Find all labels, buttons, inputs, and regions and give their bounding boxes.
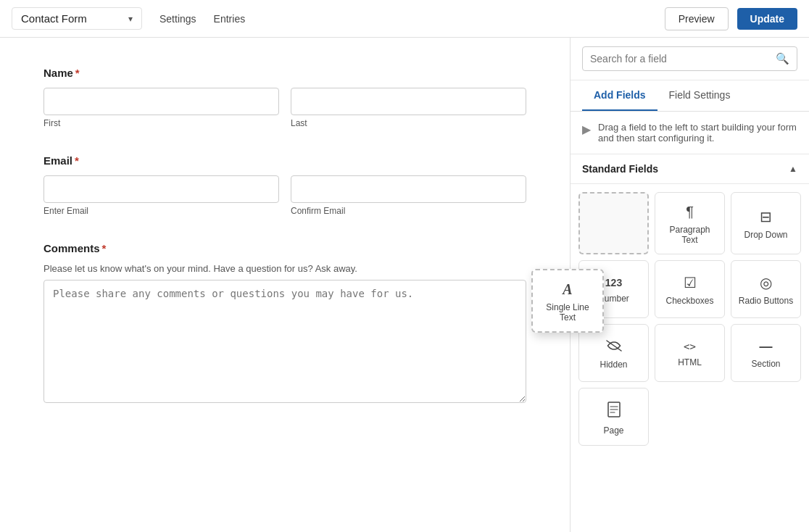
form-canvas: Name* First Last Email* En	[0, 38, 570, 532]
standard-fields-header: Standard Fields ▲	[571, 154, 809, 184]
name-field-group: Name* First Last	[43, 67, 526, 128]
email-confirm-input[interactable]	[291, 175, 526, 203]
collapse-icon[interactable]: ▲	[789, 164, 797, 174]
name-first-sublabel: First	[43, 118, 279, 128]
preview-button[interactable]: Preview	[665, 7, 729, 30]
field-card-page[interactable]: Page	[578, 388, 649, 446]
checkbox-icon: ☑	[684, 275, 697, 290]
name-last-sublabel: Last	[291, 118, 526, 128]
field-card-label: HTML	[678, 357, 702, 367]
standard-fields-label: Standard Fields	[582, 163, 658, 175]
tab-add-fields[interactable]: Add Fields	[582, 80, 657, 111]
field-card-label: Drop Down	[744, 230, 787, 240]
cursor-icon: ▶	[582, 122, 591, 136]
topbar-actions: Preview Update	[665, 7, 797, 30]
sidebar-tabs: Add Fields Field Settings	[571, 80, 809, 112]
sidebar: 🔍 Add Fields Field Settings ▶ Drag a fie…	[570, 38, 809, 532]
update-button[interactable]: Update	[737, 8, 797, 30]
nav-entries[interactable]: Entries	[214, 9, 246, 29]
name-first-input[interactable]	[43, 88, 279, 115]
name-first-col: First	[43, 88, 279, 128]
field-card-label: Section	[751, 359, 780, 369]
name-field-row: First Last	[43, 88, 526, 128]
form-selector[interactable]: Contact Form ▾	[12, 7, 142, 30]
email-label: Email*	[43, 154, 526, 167]
field-card-label: Single Line Text	[539, 302, 597, 323]
paragraph-icon: ¶	[686, 204, 694, 219]
name-last-input[interactable]	[291, 88, 526, 115]
field-card-label: Checkboxes	[665, 296, 713, 306]
search-input[interactable]	[590, 53, 770, 65]
page-icon	[607, 402, 621, 420]
dropdown-icon: ⊟	[760, 209, 772, 224]
field-card-label: Page	[603, 425, 623, 436]
topbar-nav: Settings Entries	[159, 9, 245, 29]
name-label: Name*	[43, 67, 526, 79]
main-layout: Name* First Last Email* En	[0, 38, 809, 532]
topbar: Contact Form ▾ Settings Entries Preview …	[0, 0, 809, 38]
comments-field-group: Comments* Please let us know what's on y…	[43, 242, 526, 405]
comments-description: Please let us know what's on your mind. …	[43, 263, 526, 274]
field-card-html[interactable]: <> HTML	[655, 324, 725, 382]
field-card-single-line-text-dragging[interactable]: A Single Line Text	[531, 269, 604, 333]
field-card-section[interactable]: — Section	[731, 324, 801, 382]
hidden-icon	[606, 340, 622, 354]
comments-label: Comments*	[43, 242, 526, 254]
email-enter-sublabel: Enter Email	[43, 206, 279, 216]
form-selector-label: Contact Form	[21, 12, 87, 25]
field-card-label: Paragraph Text	[661, 225, 718, 245]
field-card-label: Hidden	[600, 359, 627, 370]
search-box: 🔍	[582, 46, 797, 71]
single-line-text-icon: A	[563, 282, 572, 296]
required-star-comments: *	[102, 242, 107, 254]
sidebar-hint: ▶ Drag a field to the left to start buil…	[571, 112, 809, 154]
email-field-group: Email* Enter Email Confirm Email	[43, 154, 526, 216]
field-card-paragraph-text[interactable]: ¶ Paragraph Text	[655, 192, 725, 254]
required-star-email: *	[75, 154, 79, 167]
field-card-radio-buttons[interactable]: ◎ Radio Buttons	[731, 260, 801, 318]
tab-field-settings[interactable]: Field Settings	[657, 80, 742, 111]
nav-settings[interactable]: Settings	[159, 9, 196, 29]
email-confirm-sublabel: Confirm Email	[291, 206, 526, 216]
email-field-row: Enter Email Confirm Email	[43, 175, 526, 216]
comments-textarea[interactable]	[43, 280, 526, 403]
field-card-drop-down[interactable]: ⊟ Drop Down	[731, 192, 801, 254]
drag-placeholder	[578, 192, 649, 254]
html-icon: <>	[684, 341, 696, 352]
fields-grid: ¶ Paragraph Text ⊟ Drop Down 123 Number …	[571, 184, 809, 454]
name-last-col: Last	[291, 88, 526, 128]
email-enter-input[interactable]	[43, 175, 279, 203]
sidebar-search: 🔍	[571, 38, 809, 80]
email-confirm-col: Confirm Email	[291, 175, 526, 216]
search-icon: 🔍	[776, 52, 789, 65]
required-star: *	[75, 67, 80, 79]
section-icon: —	[760, 340, 773, 353]
email-enter-col: Enter Email	[43, 175, 279, 216]
radio-icon: ◎	[760, 275, 772, 290]
field-card-checkboxes[interactable]: ☑ Checkboxes	[655, 260, 725, 318]
number-icon: 123	[605, 278, 622, 288]
field-card-label: Radio Buttons	[739, 296, 793, 306]
chevron-down-icon: ▾	[128, 14, 133, 24]
sidebar-hint-text: Drag a field to the left to start buildi…	[598, 122, 797, 144]
